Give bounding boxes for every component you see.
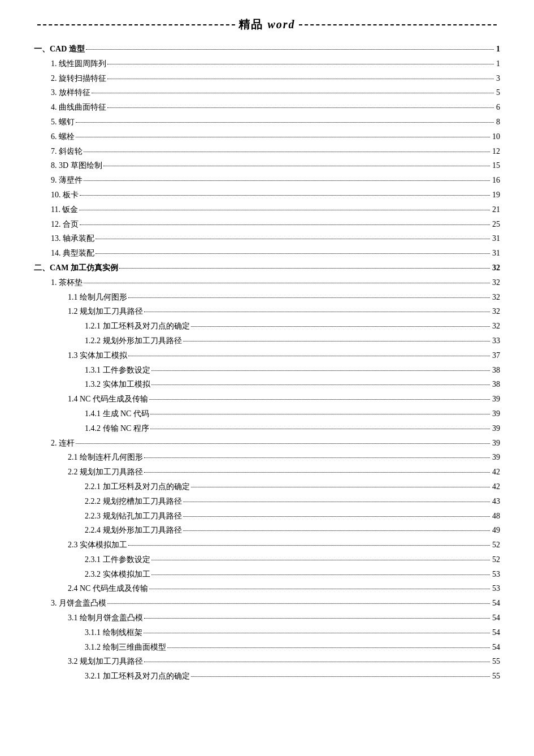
toc-item-6: 6. 螺栓10 bbox=[34, 130, 500, 144]
toc-page-8: 15 bbox=[492, 159, 500, 172]
toc-label-8: 8. 3D 草图绘制 bbox=[51, 159, 102, 172]
toc-item-39: 3.1 绘制月饼盒盖凸模54 bbox=[34, 611, 500, 625]
table-of-contents: 一、CAD 造型11. 线性圆周阵列12. 旋转扫描特征33. 放样特征54. … bbox=[34, 42, 500, 683]
toc-label-13: 13. 轴承装配 bbox=[51, 232, 94, 245]
toc-label-33: 2.2.4 规划外形加工刀具路径 bbox=[85, 524, 182, 537]
toc-label-18: 1.2 规划加工刀具路径 bbox=[68, 305, 143, 318]
toc-item-9: 9. 薄壁件16 bbox=[34, 174, 500, 187]
toc-dots-6 bbox=[76, 137, 490, 137]
toc-item-25: 1.4.1 生成 NC 代码39 bbox=[34, 407, 500, 421]
toc-page-1: 1 bbox=[496, 57, 500, 71]
toc-label-30: 2.2.1 加工坯料及对刀点的确定 bbox=[85, 480, 190, 494]
toc-dots-5 bbox=[76, 122, 494, 123]
toc-label-20: 1.2.2 规划外形加工刀具路径 bbox=[85, 334, 182, 348]
toc-label-29: 2.2 规划加工刀具路径 bbox=[68, 465, 143, 479]
toc-label-15: 二、CAM 加工仿真实例 bbox=[34, 261, 118, 275]
toc-item-17: 1.1 绘制几何图形32 bbox=[34, 291, 500, 304]
toc-label-24: 1.4 NC 代码生成及传输 bbox=[68, 392, 148, 406]
toc-item-19: 1.2.1 加工坯料及对刀点的确定32 bbox=[34, 319, 500, 333]
toc-label-14: 14. 典型装配 bbox=[51, 247, 94, 260]
toc-dots-29 bbox=[144, 472, 490, 473]
toc-label-11: 11. 钣金 bbox=[51, 203, 78, 217]
toc-dots-18 bbox=[144, 312, 490, 312]
toc-item-1: 1. 线性圆周阵列1 bbox=[34, 57, 500, 71]
toc-label-19: 1.2.1 加工坯料及对刀点的确定 bbox=[85, 319, 190, 333]
toc-dots-9 bbox=[84, 180, 490, 181]
toc-page-0: 1 bbox=[496, 42, 500, 56]
toc-dots-8 bbox=[103, 166, 490, 166]
toc-dots-31 bbox=[183, 502, 490, 502]
toc-page-39: 54 bbox=[492, 611, 500, 625]
toc-page-11: 21 bbox=[492, 203, 500, 217]
toc-item-0: 一、CAD 造型1 bbox=[34, 42, 500, 56]
toc-dots-26 bbox=[150, 429, 490, 429]
toc-page-19: 32 bbox=[492, 319, 500, 333]
toc-item-10: 10. 板卡19 bbox=[34, 188, 500, 202]
toc-page-37: 53 bbox=[492, 582, 500, 595]
toc-dots-28 bbox=[144, 457, 490, 458]
toc-label-5: 5. 螺钉 bbox=[51, 115, 75, 129]
toc-label-16: 1. 茶杯垫 bbox=[51, 276, 83, 290]
toc-item-32: 2.2.3 规划钻孔加工刀具路径48 bbox=[34, 509, 500, 523]
toc-dots-11 bbox=[79, 210, 490, 210]
toc-page-22: 38 bbox=[492, 364, 500, 377]
toc-dots-24 bbox=[149, 399, 490, 400]
toc-label-9: 9. 薄壁件 bbox=[51, 174, 83, 187]
toc-item-31: 2.2.2 规划挖槽加工刀具路径43 bbox=[34, 495, 500, 508]
toc-label-1: 1. 线性圆周阵列 bbox=[51, 57, 106, 71]
toc-label-4: 4. 曲线曲面特征 bbox=[51, 101, 106, 114]
toc-label-43: 3.2.1 加工坯料及对刀点的确定 bbox=[85, 669, 190, 683]
toc-item-3: 3. 放样特征5 bbox=[34, 86, 500, 100]
toc-dots-35 bbox=[151, 560, 490, 560]
toc-dots-43 bbox=[191, 676, 490, 677]
toc-page-4: 6 bbox=[496, 101, 500, 114]
word-label: word bbox=[267, 18, 295, 31]
toc-dots-34 bbox=[128, 545, 490, 546]
toc-item-24: 1.4 NC 代码生成及传输39 bbox=[34, 392, 500, 406]
toc-item-37: 2.4 NC 代码生成及传输53 bbox=[34, 582, 500, 595]
toc-item-38: 3. 月饼盒盖凸模54 bbox=[34, 597, 500, 610]
toc-page-43: 55 bbox=[492, 669, 500, 683]
toc-dots-30 bbox=[191, 487, 490, 487]
toc-item-40: 3.1.1 绘制线框架54 bbox=[34, 626, 500, 640]
toc-dots-13 bbox=[95, 239, 490, 239]
toc-item-33: 2.2.4 规划外形加工刀具路径49 bbox=[34, 524, 500, 537]
toc-dots-22 bbox=[151, 370, 490, 371]
toc-label-22: 1.3.1 工件参数设定 bbox=[85, 364, 150, 377]
toc-label-3: 3. 放样特征 bbox=[51, 86, 90, 100]
toc-item-15: 二、CAM 加工仿真实例32 bbox=[34, 261, 500, 275]
toc-page-27: 39 bbox=[492, 437, 500, 450]
toc-item-14: 14. 典型装配31 bbox=[34, 247, 500, 260]
toc-label-36: 2.3.2 实体模拟加工 bbox=[85, 568, 150, 581]
toc-label-21: 1.3 实体加工模拟 bbox=[68, 349, 127, 362]
toc-page-6: 10 bbox=[492, 130, 500, 144]
toc-label-7: 7. 斜齿轮 bbox=[51, 145, 83, 158]
toc-item-35: 2.3.1 工件参数设定52 bbox=[34, 553, 500, 567]
toc-label-31: 2.2.2 规划挖槽加工刀具路径 bbox=[85, 495, 182, 508]
toc-label-42: 3.2 规划加工刀具路径 bbox=[68, 655, 143, 668]
toc-dots-39 bbox=[144, 618, 490, 619]
toc-item-21: 1.3 实体加工模拟37 bbox=[34, 349, 500, 362]
toc-page-25: 39 bbox=[492, 407, 500, 421]
toc-dots-3 bbox=[92, 93, 494, 93]
toc-dots-4 bbox=[107, 107, 494, 108]
toc-item-41: 3.1.2 绘制三维曲面模型54 bbox=[34, 641, 500, 654]
toc-page-21: 37 bbox=[492, 349, 500, 362]
toc-page-34: 52 bbox=[492, 538, 500, 552]
toc-label-37: 2.4 NC 代码生成及传输 bbox=[68, 582, 148, 595]
toc-page-38: 54 bbox=[492, 597, 500, 610]
toc-dots-38 bbox=[107, 603, 490, 604]
toc-dots-42 bbox=[144, 662, 490, 662]
toc-dots-1 bbox=[107, 64, 494, 64]
toc-page-23: 38 bbox=[492, 378, 500, 391]
toc-dots-40 bbox=[144, 633, 490, 633]
toc-label-2: 2. 旋转扫描特征 bbox=[51, 72, 106, 85]
toc-page-36: 53 bbox=[492, 568, 500, 581]
toc-page-28: 39 bbox=[492, 451, 500, 464]
toc-page-26: 39 bbox=[492, 422, 500, 435]
toc-dots-17 bbox=[128, 297, 490, 298]
toc-dots-33 bbox=[183, 530, 490, 531]
toc-dots-36 bbox=[151, 574, 490, 575]
toc-item-28: 2.1 绘制连杆几何图形39 bbox=[34, 451, 500, 464]
toc-page-20: 33 bbox=[492, 334, 500, 348]
